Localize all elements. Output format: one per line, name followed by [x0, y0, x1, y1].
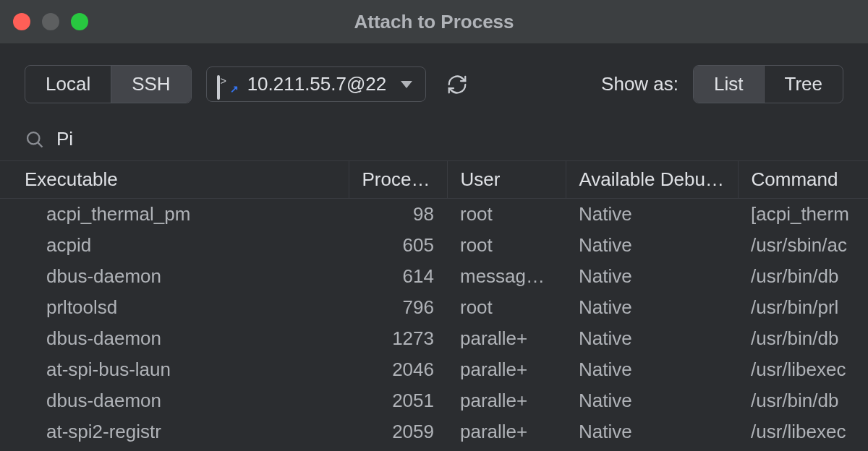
cell-exec: acpid	[0, 230, 349, 261]
cell-cmd: /usr/libexec	[738, 416, 868, 447]
svg-line-1	[38, 142, 42, 147]
cell-user: messag…	[447, 261, 566, 292]
cell-user: root	[447, 199, 566, 231]
cell-exec: at-spi-bus-laun	[0, 354, 349, 385]
view-segmented-control: List Tree	[693, 65, 843, 103]
source-local-button[interactable]: Local	[25, 66, 111, 103]
view-tree-button[interactable]: Tree	[764, 66, 843, 103]
svg-point-0	[27, 132, 39, 144]
cell-user: paralle+	[447, 385, 566, 416]
cell-dbg: Native	[566, 199, 738, 231]
host-dropdown[interactable]: ↗ 10.211.55.7@22	[206, 66, 427, 102]
cell-exec: gsd-housekeepin	[0, 447, 349, 451]
table-row[interactable]: gsd-housekeepin2235paralle+Native/usr/li…	[0, 447, 868, 451]
titlebar: Attach to Process	[0, 0, 868, 43]
table-row[interactable]: at-spi-bus-laun2046paralle+Native/usr/li…	[0, 354, 868, 385]
show-as-label: Show as:	[601, 73, 678, 95]
table-row[interactable]: at-spi2-registr2059paralle+Native/usr/li…	[0, 416, 868, 447]
cell-exec: dbus-daemon	[0, 323, 349, 354]
toolbar: Local SSH ↗ 10.211.55.7@22 Show as: List…	[0, 43, 868, 121]
cell-cmd: /usr/bin/db	[738, 261, 868, 292]
cell-dbg: Native	[566, 230, 738, 261]
table-header-row: Executable Proces… User Available Debug……	[0, 161, 868, 199]
search-row	[0, 121, 868, 161]
cell-user: root	[447, 230, 566, 261]
table-row[interactable]: acpid605rootNative/usr/sbin/ac	[0, 230, 868, 261]
cell-pid: 605	[349, 230, 447, 261]
cell-exec: dbus-daemon	[0, 385, 349, 416]
column-header-executable[interactable]: Executable	[0, 161, 349, 199]
cell-cmd: /usr/bin/db	[738, 323, 868, 354]
cell-cmd: /usr/sbin/ac	[738, 230, 868, 261]
cell-pid: 2235	[349, 447, 447, 451]
toolbar-right: Show as: List Tree	[601, 65, 843, 103]
search-input[interactable]	[56, 128, 843, 150]
view-list-button[interactable]: List	[694, 66, 763, 103]
cell-cmd: /usr/bin/prl	[738, 292, 868, 323]
refresh-icon	[446, 74, 468, 95]
cell-dbg: Native	[566, 354, 738, 385]
cell-exec: dbus-daemon	[0, 261, 349, 292]
cell-dbg: Native	[566, 323, 738, 354]
cell-exec: prltoolsd	[0, 292, 349, 323]
table-row[interactable]: prltoolsd796rootNative/usr/bin/prl	[0, 292, 868, 323]
chevron-down-icon	[401, 81, 412, 88]
close-window-button[interactable]	[13, 13, 30, 30]
column-header-user[interactable]: User	[447, 161, 566, 199]
cell-cmd: /usr/libexec	[738, 447, 868, 451]
cell-exec: at-spi2-registr	[0, 416, 349, 447]
cell-dbg: Native	[566, 385, 738, 416]
search-icon	[25, 129, 45, 150]
cell-pid: 2051	[349, 385, 447, 416]
window-title: Attach to Process	[354, 11, 514, 33]
terminal-remote-icon: ↗	[217, 77, 237, 93]
source-segmented-control: Local SSH	[25, 65, 192, 103]
cell-pid: 2046	[349, 354, 447, 385]
window-controls	[13, 13, 88, 30]
cell-exec: acpi_thermal_pm	[0, 199, 349, 231]
cell-pid: 98	[349, 199, 447, 231]
cell-dbg: Native	[566, 292, 738, 323]
cell-dbg: Native	[566, 447, 738, 451]
cell-user: paralle+	[447, 447, 566, 451]
table-row[interactable]: dbus-daemon614messag…Native/usr/bin/db	[0, 261, 868, 292]
refresh-button[interactable]	[441, 68, 474, 101]
table-row[interactable]: dbus-daemon2051paralle+Native/usr/bin/db	[0, 385, 868, 416]
table-row[interactable]: dbus-daemon1273paralle+Native/usr/bin/db	[0, 323, 868, 354]
process-table: Executable Proces… User Available Debug……	[0, 161, 868, 451]
minimize-window-button[interactable]	[42, 13, 59, 30]
cell-cmd: /usr/bin/db	[738, 385, 868, 416]
cell-dbg: Native	[566, 416, 738, 447]
table-row[interactable]: acpi_thermal_pm98rootNative[acpi_therm	[0, 199, 868, 231]
cell-pid: 796	[349, 292, 447, 323]
source-ssh-button[interactable]: SSH	[111, 66, 190, 103]
cell-user: paralle+	[447, 416, 566, 447]
cell-user: root	[447, 292, 566, 323]
column-header-debuggers[interactable]: Available Debug…	[566, 161, 738, 199]
cell-cmd: [acpi_therm	[738, 199, 868, 231]
cell-user: paralle+	[447, 354, 566, 385]
host-dropdown-label: 10.211.55.7@22	[247, 73, 387, 95]
cell-pid: 614	[349, 261, 447, 292]
cell-pid: 1273	[349, 323, 447, 354]
cell-pid: 2059	[349, 416, 447, 447]
column-header-pid[interactable]: Proces…	[349, 161, 447, 199]
column-header-command[interactable]: Command	[738, 161, 868, 199]
maximize-window-button[interactable]	[71, 13, 88, 30]
cell-dbg: Native	[566, 261, 738, 292]
cell-cmd: /usr/libexec	[738, 354, 868, 385]
cell-user: paralle+	[447, 323, 566, 354]
